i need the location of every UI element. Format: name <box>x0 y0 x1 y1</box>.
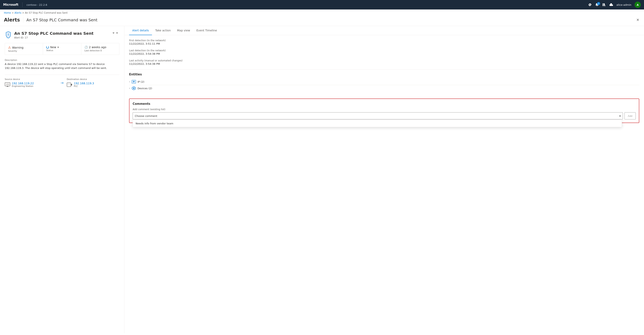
severity-label: Severity <box>8 50 40 52</box>
arrow-icon: → <box>60 81 64 85</box>
alert-header: ! An S7 Stop PLC Command was Sent Alert … <box>5 31 120 39</box>
source-type: Engineering Station <box>12 85 34 88</box>
ip-chevron-icon: › <box>129 80 130 83</box>
last-activity-group: Last activity (manual or automated chang… <box>129 59 639 65</box>
devices-entity-icon <box>132 87 136 90</box>
cloud-icon[interactable] <box>609 3 613 7</box>
last-detection-label: Last detection (in the network) <box>129 49 639 52</box>
comments-section: Comments Add comment (existing list) Cho… <box>129 98 639 123</box>
clock-icon: 🕐 <box>84 46 88 49</box>
comments-title: Comments <box>133 102 636 106</box>
source-device: Source device </> 192.168.119.22 Enginee… <box>5 78 58 88</box>
right-panel: Alert details Take action Map view Event… <box>124 26 644 333</box>
first-detection-label: First detection (in the network) <box>129 39 639 42</box>
severity-value: Warning <box>12 46 24 49</box>
entities-title: Entities <box>129 73 639 76</box>
first-detection-value: 11/22/2022, 3:51:11 PM <box>129 42 639 45</box>
svg-point-11 <box>133 88 134 89</box>
tab-alert-details[interactable]: Alert details <box>129 26 152 35</box>
devices-chevron-icon: › <box>129 87 130 90</box>
settings-icon[interactable] <box>588 3 592 7</box>
page-close-button[interactable]: ✕ <box>636 17 640 23</box>
detection-cell: 🕐 2 weeks ago Last detection ℹ <box>81 43 119 55</box>
warning-triangle-icon: ⚠ <box>8 46 11 49</box>
notification-badge: 0 <box>597 2 600 5</box>
tabs-bar: Alert details Take action Map view Event… <box>124 26 644 35</box>
status-cell: New ▾ Status <box>43 43 81 55</box>
svg-rect-0 <box>602 3 603 6</box>
last-detection-value: 11/22/2022, 3:54:38 PM <box>129 52 639 55</box>
dest-device-icon <box>67 82 72 88</box>
tab-take-action[interactable]: Take action <box>152 26 174 35</box>
entity-devices-row[interactable]: › Devices (2) <box>129 85 639 92</box>
breadcrumb-alerts[interactable]: Alerts <box>14 12 22 14</box>
topbar-divider <box>22 2 22 7</box>
alert-id: Alert ID: 17 <box>14 36 94 39</box>
page-header: Alerts An S7 Stop PLC Command was Sent ✕ <box>0 16 644 26</box>
breadcrumb-current: An S7 Stop PLC Command was Sent <box>25 12 68 14</box>
source-device-icon: </> <box>5 82 10 88</box>
topbar-icons: 0 alice-admin A <box>588 2 641 8</box>
page-subtitle: An S7 Stop PLC Command was Sent <box>26 18 98 22</box>
svg-text:!: ! <box>8 33 9 36</box>
dest-ip[interactable]: 192.168.119.3 <box>74 82 94 85</box>
comment-add-button[interactable]: Add <box>624 112 636 120</box>
comment-select-placeholder: Choose comment <box>135 114 157 118</box>
status-spinner-icon <box>46 46 49 48</box>
dest-label: Destination device <box>67 78 120 80</box>
detection-value: 2 weeks ago <box>89 46 106 49</box>
left-panel: ! An S7 Stop PLC Command was Sent Alert … <box>0 26 124 333</box>
collapse-button[interactable] <box>111 31 120 36</box>
status-value: New <box>50 46 56 49</box>
breadcrumb: Home > Alerts > An S7 Stop PLC Command w… <box>0 10 644 16</box>
topbar: Microsoft contoso - 22.2.6 0 alice-admin… <box>0 0 644 10</box>
description-label: Description <box>5 59 120 62</box>
severity-cell: ⚠ Warning Severity <box>5 43 43 55</box>
tab-event-timeline[interactable]: Event Timeline <box>193 26 220 35</box>
status-row: ⚠ Warning Severity New ▾ Status 🕐 2 week… <box>5 43 120 55</box>
library-icon[interactable] <box>602 3 606 7</box>
username-label: alice-admin <box>616 3 631 6</box>
source-ip[interactable]: 192.168.119.22 <box>12 82 34 85</box>
brand-logo: Microsoft <box>3 3 18 6</box>
ip-entity-label: IP (2) <box>138 80 144 83</box>
main-split: ! An S7 Stop PLC Command was Sent Alert … <box>0 26 644 333</box>
comment-input-row: Choose comment ▾ Add Needs info from ven… <box>133 112 636 120</box>
last-detection-group: Last detection (in the network) 11/22/20… <box>129 49 639 55</box>
user-avatar[interactable]: A <box>634 2 641 8</box>
source-label: Source device <box>5 78 58 80</box>
breadcrumb-home[interactable]: Home <box>4 12 11 14</box>
instance-label: contoso - 22.2.6 <box>26 3 47 6</box>
status-label: Status <box>46 49 78 52</box>
comment-select-button[interactable]: Choose comment ▾ <box>133 112 623 120</box>
dest-type: PLC <box>74 85 94 88</box>
status-dropdown-icon[interactable]: ▾ <box>58 46 59 49</box>
svg-text:</>: </> <box>6 84 9 85</box>
details-content: First detection (in the network) 11/22/2… <box>124 35 644 95</box>
svg-rect-6 <box>7 86 8 87</box>
entity-ip-row[interactable]: › IP IP (2) <box>129 78 639 85</box>
details-divider <box>129 69 639 70</box>
detection-label: Last detection ℹ <box>84 49 116 52</box>
description-section: Description A device 192.168.119.22 sent… <box>5 59 120 70</box>
alert-title: An S7 Stop PLC Command was Sent <box>14 31 94 36</box>
comment-select-chevron-icon: ▾ <box>619 114 621 118</box>
description-text: A device 192.168.119.22 sent a Stop PLC … <box>5 62 120 70</box>
first-detection-group: First detection (in the network) 11/22/2… <box>129 39 639 45</box>
comment-dropdown: Needs info from vendor team <box>133 120 622 127</box>
title-divider <box>23 17 23 23</box>
info-icon: ℹ <box>101 49 102 52</box>
last-activity-label: Last activity (manual or automated chang… <box>129 59 639 62</box>
devices-entity-label: Devices (2) <box>138 87 152 90</box>
svg-rect-8 <box>67 83 70 86</box>
devices-section: Source device </> 192.168.119.22 Enginee… <box>5 74 120 88</box>
notifications-icon[interactable]: 0 <box>595 3 599 7</box>
tab-map-view[interactable]: Map view <box>174 26 193 35</box>
comments-add-label: Add comment (existing list) <box>133 108 636 111</box>
ip-entity-icon: IP <box>132 80 136 83</box>
alert-shield-icon: ! <box>5 31 12 38</box>
comment-dropdown-item-0[interactable]: Needs info from vendor team <box>133 120 622 127</box>
last-activity-value: 11/22/2022, 3:54:38 PM <box>129 62 639 65</box>
page-section-title: Alerts <box>4 17 20 23</box>
svg-rect-9 <box>71 84 72 86</box>
